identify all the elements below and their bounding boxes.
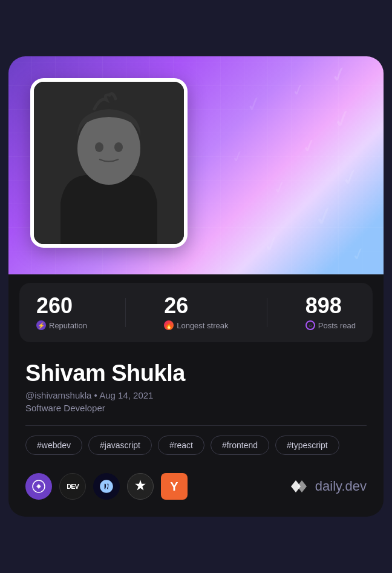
tag-javascript[interactable]: #javascript: [88, 436, 152, 455]
profile-name: Shivam Shukla: [25, 360, 367, 386]
dailydev-community-icon[interactable]: [25, 473, 52, 500]
reputation-icon: ⚡: [36, 320, 46, 330]
section-divider: [25, 425, 367, 426]
brand-logo: daily.dev: [289, 477, 367, 495]
svg-point-3: [77, 112, 140, 185]
social-icons: DEV (λ) Y: [25, 473, 188, 500]
stats-bar: 260 ⚡ Reputation 26 🔥 Longest streak 898…: [19, 283, 373, 342]
reputation-label: ⚡ Reputation: [36, 320, 87, 330]
svg-point-7: [38, 485, 40, 488]
reputation-number: 260: [36, 295, 87, 317]
streak-number: 26: [164, 295, 228, 317]
profile-card: ✓ ✓ ✓ ✓ ✓ ✓ ✓ ✓ ✓ ✓ ✓: [8, 56, 384, 517]
stat-posts: 898 ○ Posts read: [305, 295, 356, 330]
hackernews-icon[interactable]: Y: [161, 473, 188, 500]
card-banner: ✓ ✓ ✓ ✓ ✓ ✓ ✓ ✓ ✓ ✓ ✓: [8, 56, 384, 274]
producthunt-icon[interactable]: [127, 473, 154, 500]
username: @ishivamshukla: [25, 390, 91, 400]
profile-info: Shivam Shukla @ishivamshukla • Aug 14, 2…: [8, 351, 384, 517]
posts-icon: ○: [305, 320, 315, 330]
stat-divider-2: [267, 298, 267, 327]
svg-text:(λ): (λ): [100, 482, 114, 491]
posts-label: ○ Posts read: [305, 320, 356, 330]
avatar-wrapper: [30, 78, 188, 248]
svg-point-4: [95, 142, 103, 152]
profile-meta: @ishivamshukla • Aug 14, 2021: [25, 390, 367, 400]
svg-point-5: [114, 142, 123, 152]
join-date: Aug 14, 2021: [99, 390, 153, 400]
devto-icon[interactable]: DEV: [59, 473, 86, 500]
stat-reputation: 260 ⚡ Reputation: [36, 295, 87, 330]
dailydev-logo-icon: [289, 477, 312, 495]
meta-separator: •: [94, 390, 100, 400]
tags-row: #webdev #javascript #react #frontend #ty…: [25, 436, 367, 455]
streak-icon: 🔥: [164, 320, 174, 330]
tag-webdev[interactable]: #webdev: [25, 436, 82, 455]
social-row: DEV (λ) Y: [25, 463, 367, 502]
profile-role: Software Developer: [25, 403, 367, 413]
posts-number: 898: [305, 295, 356, 317]
stat-streak: 26 🔥 Longest streak: [164, 295, 228, 330]
avatar: [34, 82, 184, 244]
streak-label: 🔥 Longest streak: [164, 320, 228, 330]
brand-logo-text: daily.dev: [315, 479, 367, 494]
tag-typescript[interactable]: #typescript: [275, 436, 339, 455]
tag-frontend[interactable]: #frontend: [211, 436, 269, 455]
brand-suffix: .dev: [341, 479, 367, 494]
tag-react[interactable]: #react: [158, 436, 204, 455]
freecodecamp-icon[interactable]: (λ): [93, 473, 120, 500]
stat-divider-1: [125, 298, 126, 327]
